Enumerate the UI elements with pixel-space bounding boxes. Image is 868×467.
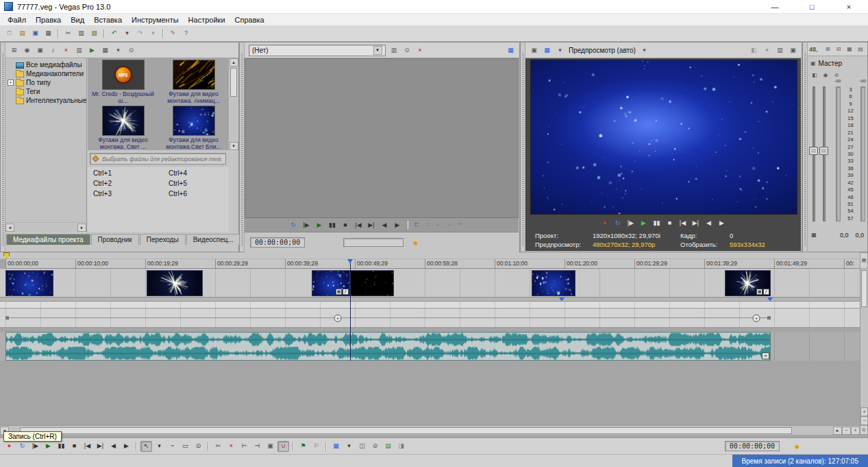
select-out-point-button[interactable]: ◂ [445, 219, 454, 230]
divider[interactable] [208, 442, 209, 451]
insert-bus-button[interactable]: ⊟ [834, 44, 843, 55]
prev-frame-button[interactable]: ◀ [379, 219, 390, 230]
external-control-button[interactable]: ▤ [382, 441, 394, 452]
divider[interactable] [325, 442, 327, 451]
split-screen-dropdown[interactable]: ▾ [761, 45, 773, 56]
auto-preview-button[interactable]: ▶ [86, 45, 98, 56]
panel-grip[interactable] [1, 43, 5, 252]
loop-playback-button[interactable]: ↻ [16, 441, 28, 452]
event-pan-crop-badge[interactable]: ▦ [336, 289, 342, 295]
views-dropdown[interactable]: ▾ [112, 45, 124, 56]
fader-properties-icon[interactable]: ▦ [809, 230, 819, 241]
project-properties-button[interactable]: ▦ [42, 28, 54, 39]
divider[interactable] [136, 442, 137, 451]
split-screen-view-button[interactable]: ◧ [748, 45, 760, 56]
trimmer-display[interactable] [245, 58, 519, 218]
ignore-event-grouping-button[interactable]: ⊘ [369, 441, 381, 452]
zoom-edit-tool-button[interactable]: ⊙ [193, 441, 204, 452]
scrollbar-track[interactable] [860, 269, 868, 407]
play-from-start-button[interactable]: |▶ [29, 441, 41, 452]
tree-item[interactable]: Все медиафайлы [5, 60, 86, 69]
stop-button[interactable]: ■ [664, 217, 675, 228]
tree-expander-icon[interactable]: + [8, 80, 14, 86]
media-properties-button[interactable]: ▥ [73, 45, 85, 56]
next-frame-button[interactable]: ▶ [716, 217, 728, 228]
views-button[interactable]: ▦ [99, 45, 111, 56]
go-to-start-button[interactable]: |◀ [353, 219, 364, 230]
video-output-dropdown[interactable]: ▾ [554, 45, 566, 56]
master-fader-handle[interactable] [809, 147, 818, 155]
tree-item[interactable]: Теги [5, 87, 86, 96]
event-pan-crop-badge[interactable]: ▦ [756, 289, 762, 295]
tree-item[interactable]: Медианакопители [5, 69, 86, 78]
add-media-from-cursor-button[interactable]: ⊐ [423, 219, 432, 230]
cut-button[interactable]: ✂ [62, 28, 74, 39]
scrollbar-thumb[interactable] [230, 68, 237, 97]
trim-end-button[interactable]: ⊣ [251, 441, 263, 452]
prev-frame-button[interactable]: ◀ [703, 217, 715, 228]
media-tab[interactable]: Проводник [91, 234, 139, 245]
play-from-start-button[interactable]: |▶ [301, 219, 312, 230]
go-to-end-button[interactable]: ▶| [366, 219, 377, 230]
divider[interactable] [103, 29, 105, 38]
edit-tool-dropdown[interactable]: ▾ [153, 441, 165, 452]
event-fx-badge[interactable]: ƒ [343, 289, 349, 295]
record-input-monitor-button[interactable]: ◨ [395, 441, 407, 452]
time-ruler[interactable]: 00:00:00;0000:00:10;0000:00:19;2900:00:2… [5, 259, 860, 269]
pause-button[interactable]: ▮▮ [327, 219, 338, 230]
menu-item[interactable]: Вставка [89, 16, 127, 24]
timeline-clip[interactable]: ▦ ƒ [725, 270, 771, 296]
timeline-cursor[interactable] [350, 259, 351, 361]
media-tab[interactable]: Медиафайлы проекта [6, 234, 90, 245]
select-in-point-button[interactable]: ▸ [434, 219, 443, 230]
lock-envelopes-button[interactable]: ◫ [356, 441, 368, 452]
media-tab[interactable]: Переходы [140, 234, 186, 245]
scrollbar-track[interactable] [230, 67, 238, 142]
go-to-end-button[interactable]: ▶| [690, 217, 702, 228]
media-thumbnail[interactable]: Футажи для видео монтажа.Свет Бли... [158, 106, 229, 150]
new-project-button[interactable]: □ [3, 28, 15, 39]
menu-item[interactable]: Справка [230, 16, 269, 24]
stop-button[interactable]: ■ [340, 219, 351, 230]
scroll-right-button[interactable]: ▸ [77, 224, 86, 232]
overlay-track[interactable] [0, 301, 860, 309]
scrollbar-thumb[interactable] [861, 270, 867, 307]
insert-region-button[interactable]: ⚐ [310, 441, 322, 452]
trim-start-button[interactable]: ⊢ [238, 441, 250, 452]
go-to-start-button[interactable]: |◀ [677, 217, 689, 228]
lock-event-button[interactable]: ▣ [264, 441, 276, 452]
capture-video-button[interactable]: ◉ [21, 45, 33, 56]
timeline-clip[interactable]: ▦ ƒ [312, 270, 350, 296]
menu-item[interactable]: Файл [3, 16, 31, 24]
divider[interactable] [293, 442, 294, 451]
save-snapshot-button[interactable]: ▣ [787, 45, 799, 56]
video-output-fx-button[interactable]: ▣ [528, 45, 540, 56]
search-media-button[interactable]: ⊙ [401, 45, 413, 56]
divider[interactable] [58, 29, 59, 38]
scrollbar-track[interactable] [14, 224, 77, 232]
chevron-down-icon[interactable]: ▾ [373, 46, 382, 55]
external-monitor-button[interactable]: ▦ [541, 45, 553, 56]
menu-item[interactable]: Правка [31, 16, 66, 24]
timeline-clip[interactable] [5, 270, 53, 296]
dim-output-button[interactable]: ◉ [821, 70, 830, 81]
insert-region-button[interactable]: ⚐ [467, 219, 476, 230]
panel-grip[interactable] [521, 43, 525, 252]
tag-search-input[interactable] [101, 155, 223, 163]
undo-dropdown[interactable]: ▾ [121, 28, 133, 39]
maximize-button[interactable]: □ [804, 3, 820, 11]
delete-event-button[interactable]: × [225, 441, 237, 452]
media-tab[interactable]: Видеоспец... [186, 234, 240, 245]
insert-marker-button[interactable]: ⚑ [456, 219, 465, 230]
copy-snapshot-button[interactable]: ▥ [774, 45, 786, 56]
remove-unused-media-button[interactable]: × [60, 45, 72, 56]
downmix-output-button[interactable]: ◧ [810, 70, 819, 81]
redo-dropdown[interactable]: ▾ [147, 28, 159, 39]
paste-button[interactable]: ▧ [88, 28, 100, 39]
zoom-out-time-button[interactable]: − [842, 427, 851, 435]
scroll-left-button[interactable]: ◂ [5, 224, 14, 232]
media-properties-button[interactable]: ▥ [388, 45, 400, 56]
auto-ripple-dropdown[interactable]: ▾ [343, 441, 355, 452]
stop-button[interactable]: ■ [69, 441, 80, 452]
event-fx-badge[interactable]: ƒ [763, 289, 769, 295]
